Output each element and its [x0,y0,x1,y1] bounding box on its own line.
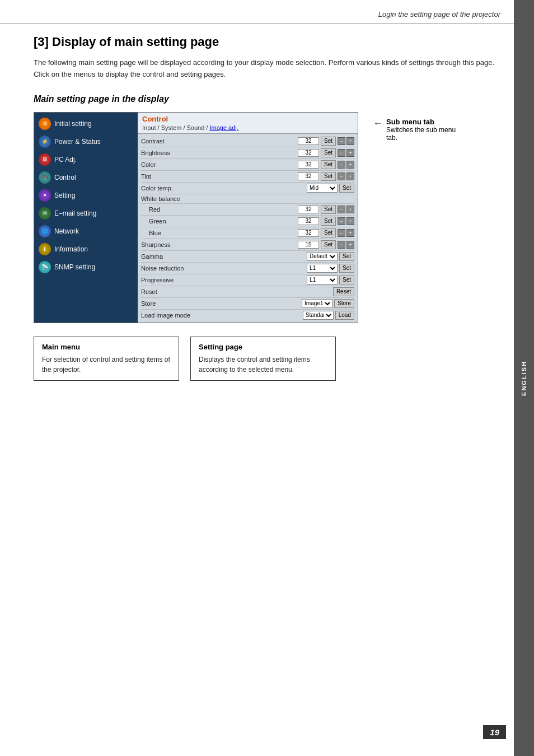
english-bar: ENGLISH [514,0,534,756]
annotation-box: Sub menu tab Switches the sub menu tab. [386,118,459,142]
controls-color: Set − + [197,160,354,169]
row-color: Color Set − + [141,159,354,171]
controls-sharpness: Set − + [197,240,354,249]
annotation-arrow: ← [373,118,383,129]
main-menu-desc: For selection of control and setting ite… [42,354,171,375]
controls-load-image-mode: Standard Image1 Load [197,311,354,320]
set-btn-color-temp[interactable]: Set [339,184,354,193]
btngroup-green: − + [338,217,354,225]
plus-btn-red[interactable]: + [346,206,354,213]
sidebar-item-snmp-setting[interactable]: 📡 SNMP setting [34,258,138,276]
sidebar-item-control[interactable]: 🎮 Control [34,169,138,186]
breadcrumb-image-adj[interactable]: Image adj. [209,124,238,131]
set-btn-contrast[interactable]: Set [321,137,336,146]
row-noise-reduction: Noise reduction L1 L2 Off Set [141,263,354,274]
section-title: [3] Display of main setting page [34,35,500,49]
store-button[interactable]: Store [334,299,354,308]
input-brightness[interactable] [298,149,319,157]
sidebar-item-initial-setting[interactable]: ⚙ Initial setting [34,115,138,133]
label-white-balance: White balance [141,195,197,202]
english-label: ENGLISH [521,361,527,396]
controls-contrast: Set − + [197,137,354,146]
select-noise-reduction[interactable]: L1 L2 Off [307,264,338,273]
sidebar-label-pc-adj: PC Adj. [54,156,77,164]
header-title: Login the setting page of the projector [378,10,500,18]
set-btn-color[interactable]: Set [321,160,336,169]
breadcrumb-sound[interactable]: Sound [187,124,205,131]
input-sharpness[interactable] [298,241,319,249]
minus-btn-contrast[interactable]: − [338,137,345,145]
controls-reset: Reset [197,287,354,296]
reset-button[interactable]: Reset [333,287,354,296]
minus-btn-sharpness[interactable]: − [338,241,345,249]
controls-color-temp: Mid Low High Set [197,184,354,193]
setting-page-desc: Displays the control and setting items a… [199,354,327,375]
sidebar-item-network[interactable]: 🌐 Network [34,222,138,240]
load-button[interactable]: Load [335,311,354,320]
setting-icon: ✦ [39,189,51,202]
controls-brightness: Set − + [197,148,354,157]
set-btn-sharpness[interactable]: Set [321,240,336,249]
label-tint: Tint [141,173,197,180]
input-contrast[interactable] [298,137,319,145]
set-btn-blue[interactable]: Set [321,228,336,237]
label-blue: Blue [149,230,205,236]
minus-btn-red[interactable]: − [338,206,345,213]
select-gamma[interactable]: Default [307,252,338,261]
input-blue[interactable] [298,229,319,237]
plus-btn-color[interactable]: + [346,161,354,169]
plus-btn-blue[interactable]: + [346,229,354,237]
input-color[interactable] [298,161,319,169]
sidebar-item-email-setting[interactable]: ✉ E–mail setting [34,204,138,222]
label-green: Green [149,218,205,225]
select-store[interactable]: Image1 Image2 [302,299,332,308]
controls-noise-reduction: L1 L2 Off Set [197,264,354,273]
plus-btn-contrast[interactable]: + [346,137,354,145]
breadcrumb-input[interactable]: Input [142,124,156,131]
sub-menu-tab-title: Sub menu tab [386,118,459,126]
input-red[interactable] [298,206,319,213]
input-tint[interactable] [298,172,319,180]
plus-btn-brightness[interactable]: + [346,149,354,157]
set-btn-green[interactable]: Set [321,217,336,226]
information-icon: ℹ [39,243,51,255]
minus-btn-tint[interactable]: − [338,172,345,180]
set-btn-tint[interactable]: Set [321,172,336,181]
plus-btn-tint[interactable]: + [346,172,354,180]
sub-menu-tab-desc: Switches the sub menu tab. [386,126,459,142]
set-btn-progressive[interactable]: Set [339,276,354,284]
network-icon: 🌐 [39,225,51,237]
breadcrumb: Input / System / Sound / Image adj. [142,124,353,131]
plus-btn-sharpness[interactable]: + [346,241,354,249]
input-green[interactable] [298,217,319,225]
set-btn-red[interactable]: Set [321,205,336,214]
sidebar-item-power-status[interactable]: ⚡ Power & Status [34,133,138,151]
sidebar-menu: ⚙ Initial setting ⚡ Power & Status 🖥 PC … [34,113,138,323]
sidebar-item-information[interactable]: ℹ Information [34,240,138,258]
set-btn-brightness[interactable]: Set [321,148,336,157]
set-btn-noise-reduction[interactable]: Set [339,264,354,273]
setting-header: Control Input / System / Sound / Image a… [138,113,358,134]
select-progressive[interactable]: L1 L2 Off [307,276,338,284]
select-color-temp[interactable]: Mid Low High [307,184,338,193]
row-brightness: Brightness Set − + [141,147,354,159]
sidebar-item-setting[interactable]: ✦ Setting [34,186,138,204]
row-red: Red Set − + [141,204,354,216]
plus-btn-green[interactable]: + [346,217,354,225]
breadcrumb-system[interactable]: System [161,124,182,131]
label-load-image-mode: Load image mode [141,312,197,319]
minus-btn-green[interactable]: − [338,217,345,225]
ui-mockup: ⚙ Initial setting ⚡ Power & Status 🖥 PC … [34,112,500,323]
select-load-image-mode[interactable]: Standard Image1 [303,311,334,320]
minus-btn-blue[interactable]: − [338,229,345,237]
row-sharpness: Sharpness Set − + [141,239,354,251]
page-header: Login the setting page of the projector [0,0,534,24]
minus-btn-color[interactable]: − [338,161,345,169]
sidebar-item-pc-adj[interactable]: 🖥 PC Adj. [34,151,138,169]
annotation-line: ← Sub menu tab Switches the sub menu tab… [373,118,459,142]
btngroup-tint: − + [338,172,354,180]
btngroup-color: − + [338,161,354,169]
minus-btn-brightness[interactable]: − [338,149,345,157]
sidebar-label-information: Information [54,245,88,253]
set-btn-gamma[interactable]: Set [339,252,354,261]
